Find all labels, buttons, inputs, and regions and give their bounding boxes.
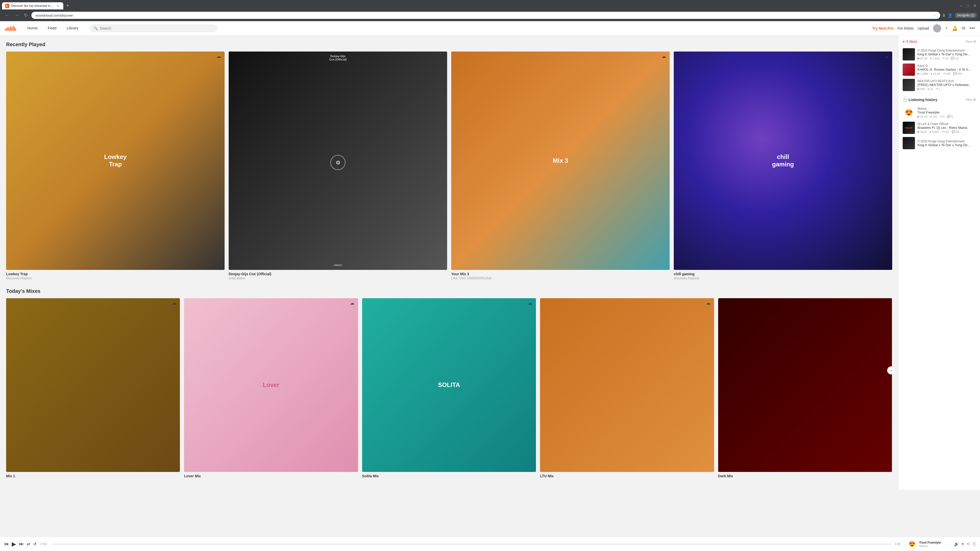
comments-icon-d: 💬 88 bbox=[952, 130, 959, 133]
browser-chrome: ▶ Discover the top streamed mus... × + ─… bbox=[0, 0, 980, 21]
likes-view-all[interactable]: View all bbox=[966, 40, 976, 43]
history-artist-wavey: Wavey bbox=[918, 107, 976, 110]
close-window-button[interactable]: ✕ bbox=[972, 3, 978, 9]
track-card-lowkey[interactable]: LowkeyTrap ☁ Lowkey Trap Discovery Playl… bbox=[6, 52, 224, 280]
reload-button[interactable]: ↻ bbox=[22, 11, 29, 19]
bookmark-icon[interactable]: ☆ bbox=[933, 13, 936, 17]
player-thumb: 😍 bbox=[907, 540, 917, 549]
tab-close-button[interactable]: × bbox=[56, 4, 60, 8]
nav-feed[interactable]: Feed bbox=[43, 21, 62, 35]
scroll-right-button[interactable]: › bbox=[887, 366, 895, 375]
history-track-djlex[interactable]: DJLeX Dj LeX & Ciske Official Brasbère F… bbox=[903, 120, 976, 135]
notifications-icon[interactable]: 🔔 bbox=[952, 25, 958, 31]
recently-played-section: Recently Played LowkeyTrap ☁ Lowkey Trap… bbox=[6, 41, 892, 280]
nav-home[interactable]: Home bbox=[22, 21, 43, 35]
try-next-pro-link[interactable]: Try Next Pro bbox=[872, 26, 893, 30]
thumb-text-deejay: Deejay-GijsCox (Official) ⊙ station bbox=[229, 52, 447, 270]
track-card-ltu2[interactable]: ☁ LTU Mix bbox=[540, 298, 714, 478]
user-avatar[interactable] bbox=[933, 24, 941, 32]
track-card-dark[interactable]: Dark Mix bbox=[718, 298, 892, 478]
track-thumb-ltu2: ☁ bbox=[540, 298, 714, 472]
player-artist: Wavey bbox=[919, 545, 950, 548]
history-thumb-djlex: DJLeX bbox=[903, 122, 915, 134]
new-tab-button[interactable]: + bbox=[64, 2, 71, 10]
avatar-dropdown[interactable]: ▼ bbox=[945, 27, 948, 30]
heart-icon: ♥ bbox=[903, 40, 905, 44]
search-input[interactable] bbox=[100, 26, 213, 30]
prev-button[interactable]: ⏮ bbox=[4, 541, 9, 547]
active-tab[interactable]: ▶ Discover the top streamed mus... × bbox=[2, 2, 63, 10]
profile-icon[interactable]: 👤 bbox=[948, 13, 953, 18]
back-button[interactable]: ← bbox=[3, 12, 11, 19]
likes-track-nektar[interactable]: NEKTAR.UFO.BEATS.816 (FREE) NEKTAR.UFO! … bbox=[903, 77, 976, 93]
minimize-button[interactable]: ─ bbox=[958, 3, 964, 9]
for-artists-link[interactable]: For Artists bbox=[897, 26, 914, 30]
track-thumb-dark bbox=[718, 298, 892, 472]
track-thumb-lover: Lover ☁ bbox=[184, 298, 358, 472]
nav-library[interactable]: Library bbox=[62, 21, 83, 35]
track-card-deejay[interactable]: Deejay-GijsCox (Official) ⊙ station ☁ De… bbox=[229, 52, 447, 280]
player-info: Trust Freestyle Wavey bbox=[919, 541, 950, 548]
header-actions: Try Next Pro For Artists Upload ▼ 🔔 ✉ ••… bbox=[872, 24, 975, 32]
track-card-mix3[interactable]: Mix 3 ☁ Your Mix 3 LIKE THAT UNDERGROUND… bbox=[451, 52, 670, 280]
volume-button[interactable]: 🔊 bbox=[954, 541, 959, 546]
repost-button[interactable]: ⟲ bbox=[966, 541, 970, 546]
search-wrap[interactable]: 🔍 bbox=[89, 24, 217, 32]
history-view-all[interactable]: View all bbox=[966, 98, 976, 102]
track-name-ltu2: LTU Mix bbox=[540, 474, 714, 478]
plays-icon-3: ▶ 569 bbox=[918, 87, 925, 91]
sc-badge-deejay: ☁ bbox=[439, 54, 445, 60]
messages-icon[interactable]: ✉ bbox=[962, 25, 966, 31]
likes-name-nektar: (FREE) NEKTAR.UFO! x Hollowee... bbox=[918, 83, 976, 87]
track-name-mix3: Your Mix 3 bbox=[451, 272, 670, 276]
likes-track-karol[interactable]: Karol G KAROL G, Romeo Santos - X SI V..… bbox=[903, 62, 976, 77]
logo-icon bbox=[5, 26, 16, 31]
main-column: Recently Played LowkeyTrap ☁ Lowkey Trap… bbox=[0, 35, 898, 490]
sc-badge-tm2: ☁ bbox=[350, 300, 356, 306]
track-card-chill[interactable]: chillgaming ☁ chill gaming Discovery Pla… bbox=[674, 52, 892, 280]
sc-badge-tm4: ☁ bbox=[706, 300, 712, 306]
sc-badge-lowkey: ☁ bbox=[216, 54, 223, 60]
track-thumb-deejay: Deejay-GijsCox (Official) ⊙ station ☁ bbox=[229, 52, 447, 270]
likes-name-karol: KAROL G, Romeo Santos - X SI V... bbox=[918, 68, 976, 71]
logo-bars bbox=[5, 26, 16, 31]
soundcloud-logo[interactable] bbox=[5, 26, 16, 31]
likes-thumb-nektar bbox=[903, 79, 915, 91]
shuffle-button[interactable]: ⇄ bbox=[27, 541, 30, 546]
search-container: 🔍 bbox=[89, 24, 217, 32]
upload-link[interactable]: Upload bbox=[918, 26, 929, 30]
track-card-lover[interactable]: Lover ☁ Lover Mix bbox=[184, 298, 358, 478]
likes-count: ♥ 5 likes bbox=[903, 40, 917, 44]
play-pause-button[interactable]: ▶ bbox=[12, 541, 16, 548]
comments-icon-2: 💬 293 bbox=[953, 72, 962, 75]
history-track-purge2[interactable]: © 2020 Purge Gang Entertainment King K G… bbox=[903, 135, 976, 151]
like-track-button[interactable]: ♥ bbox=[962, 542, 964, 546]
repeat-button[interactable]: ↺ bbox=[33, 541, 37, 546]
track-name-deejay: Deejay-Gijs Cox (Official) bbox=[229, 272, 447, 276]
reposts-icon-1: ⟲ 14 bbox=[942, 57, 948, 60]
url-bar[interactable]: soundcloud.com/discover ☆ bbox=[32, 12, 940, 19]
likes-label: 5 likes bbox=[906, 40, 917, 44]
queue-button[interactable]: ☰ bbox=[972, 541, 976, 546]
download-icon[interactable]: ⬇ bbox=[942, 13, 945, 18]
player-progress: 0:00 2:48 bbox=[41, 542, 904, 546]
sc-badge-tm1: ☁ bbox=[172, 300, 178, 306]
likes-thumb-karol bbox=[903, 64, 915, 76]
likes-meta-purge1: ▶ 84.2K ♥ 1,018 ⟲ 14 💬 14 bbox=[918, 57, 976, 60]
next-button[interactable]: ⏭ bbox=[19, 541, 24, 547]
thumb-text-ltu2 bbox=[540, 298, 714, 472]
forward-button[interactable]: → bbox=[13, 12, 21, 19]
more-options-icon[interactable]: ••• bbox=[969, 25, 975, 31]
likes-track-purge1[interactable]: © 2020 Purge Gang Entertainment King K G… bbox=[903, 47, 976, 62]
history-track-wavey[interactable]: 😍 Wavey Trust Freestyle ▶ 29.1K ♥ 281 ⟲ … bbox=[903, 105, 976, 120]
thumb-text-lover: Lover bbox=[184, 298, 358, 472]
likes-icon-1: ♥ 1,018 bbox=[930, 57, 940, 60]
track-card-solita[interactable]: SOLITA ☁ Solita Mix bbox=[362, 298, 536, 478]
thumb-text-dark bbox=[718, 298, 892, 472]
incognito-button[interactable]: Incognito (2) bbox=[955, 13, 977, 18]
track-thumb-lowkey: LowkeyTrap ☁ bbox=[6, 52, 224, 270]
track-card-mix1[interactable]: ☁ Mix 1 bbox=[6, 298, 180, 478]
history-info-wavey: Wavey Trust Freestyle ▶ 29.1K ♥ 281 ⟲ 6 … bbox=[918, 107, 976, 118]
restore-button[interactable]: □ bbox=[965, 3, 970, 9]
progress-bar[interactable] bbox=[52, 544, 892, 545]
